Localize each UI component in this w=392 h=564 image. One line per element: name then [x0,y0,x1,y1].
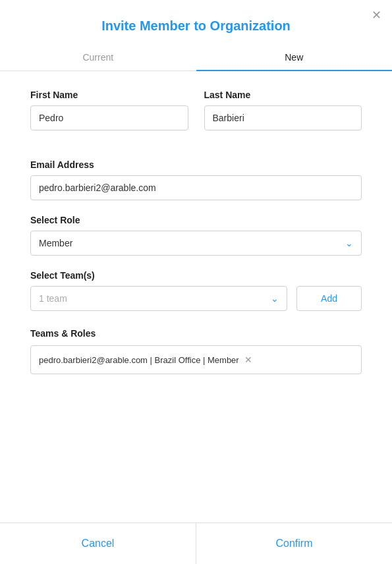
email-input[interactable] [30,175,362,200]
team-label: Select Team(s) [30,270,362,281]
email-group: Email Address [30,159,362,200]
team-select-row: 1 team ⌄ Add [30,286,362,311]
tag-text: pedro.barbieri2@arable.com | Brazil Offi… [39,355,239,365]
add-button[interactable]: Add [296,286,362,311]
teams-roles-section: Teams & Roles pedro.barbieri2@arable.com… [30,328,362,374]
invite-modal: ✕ Invite Member to Organization Current … [0,0,392,564]
tabs-container: Current New [0,44,392,71]
tag-remove-button[interactable]: ✕ [244,355,252,364]
role-label: Select Role [30,215,362,225]
tag-container: pedro.barbieri2@arable.com | Brazil Offi… [30,345,362,374]
first-name-input[interactable] [30,105,188,130]
footer: Cancel Confirm [0,522,392,564]
role-select[interactable]: Member ⌄ [30,231,362,256]
first-name-label: First Name [30,90,188,100]
tab-current[interactable]: Current [0,44,196,70]
team-tag: pedro.barbieri2@arable.com | Brazil Offi… [39,355,252,365]
last-name-group: Last Name [204,90,362,130]
teams-roles-label: Teams & Roles [30,328,362,339]
confirm-button[interactable]: Confirm [196,523,392,564]
modal-title: Invite Member to Organization [0,18,392,34]
team-group: Select Team(s) 1 team ⌄ Add [30,270,362,311]
last-name-input[interactable] [204,105,362,130]
team-select-display: 1 team [31,287,287,310]
tab-new[interactable]: New [196,44,393,70]
form-body: First Name Last Name Email Address Selec… [0,71,392,522]
role-group: Select Role Member ⌄ [30,215,362,256]
role-select-display: Member [31,231,361,255]
first-name-group: First Name [30,90,188,130]
name-row: First Name Last Name [30,90,362,145]
cancel-button[interactable]: Cancel [0,523,196,564]
email-label: Email Address [30,159,362,170]
close-button[interactable]: ✕ [372,9,381,21]
team-select[interactable]: 1 team ⌄ [30,286,287,311]
last-name-label: Last Name [204,90,362,100]
